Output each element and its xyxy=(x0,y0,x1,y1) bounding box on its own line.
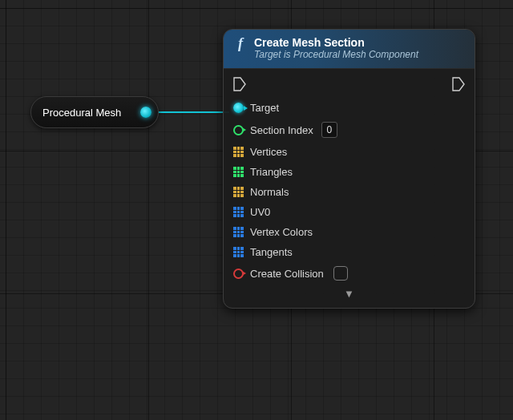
object-pin-icon[interactable] xyxy=(233,103,244,113)
node-header[interactable]: f Create Mesh Section Target is Procedur… xyxy=(224,30,475,69)
pin-label: Create Collision xyxy=(250,268,324,280)
node-subtitle: Target is Procedural Mesh Component xyxy=(254,49,418,60)
pin-label: Normals xyxy=(250,186,289,198)
function-icon: f xyxy=(233,36,248,50)
pin-label: Triangles xyxy=(250,166,293,178)
node-title: Create Mesh Section xyxy=(254,36,418,49)
pin-vertex-colors[interactable]: Vertex Colors xyxy=(232,222,467,242)
exec-output-pin[interactable] xyxy=(452,77,465,91)
connection-wire xyxy=(152,111,229,113)
section-index-input[interactable]: 0 xyxy=(321,122,337,138)
pin-label: Tangents xyxy=(250,246,293,258)
pin-triangles[interactable]: Triangles xyxy=(232,162,467,182)
expand-node-button[interactable]: ▼ xyxy=(232,285,467,300)
exec-arrow-icon xyxy=(233,77,246,91)
array-pin-icon[interactable] xyxy=(233,247,244,257)
array-pin-icon[interactable] xyxy=(233,167,244,177)
pin-target[interactable]: Target xyxy=(232,98,467,118)
chevron-down-icon: ▼ xyxy=(344,288,354,300)
pin-label: UV0 xyxy=(250,206,270,218)
pin-tangents[interactable]: Tangents xyxy=(232,242,467,262)
bool-pin-icon[interactable] xyxy=(233,269,244,279)
array-pin-icon[interactable] xyxy=(233,187,244,197)
pin-section-index[interactable]: Section Index 0 xyxy=(232,118,467,142)
exec-input-pin[interactable] xyxy=(233,77,246,91)
output-pin-procedural-mesh[interactable] xyxy=(140,107,151,118)
pin-create-collision[interactable]: Create Collision xyxy=(232,262,467,285)
create-collision-checkbox[interactable] xyxy=(333,266,348,281)
pin-label: Target xyxy=(250,102,279,114)
pin-label: Section Index xyxy=(250,124,313,136)
pin-label: Vertex Colors xyxy=(250,226,313,238)
variable-node-procedural-mesh[interactable]: Procedural Mesh xyxy=(30,96,159,128)
exec-arrow-icon xyxy=(452,77,465,91)
pin-vertices[interactable]: Vertices xyxy=(232,142,467,162)
array-pin-icon[interactable] xyxy=(233,147,244,157)
array-pin-icon[interactable] xyxy=(233,207,244,217)
node-body: Target Section Index 0 Vertices Triangle… xyxy=(224,69,475,308)
int-pin-icon[interactable] xyxy=(233,125,244,135)
pin-normals[interactable]: Normals xyxy=(232,182,467,202)
function-node-create-mesh-section[interactable]: f Create Mesh Section Target is Procedur… xyxy=(223,29,475,309)
variable-node-label: Procedural Mesh xyxy=(42,107,121,119)
array-pin-icon[interactable] xyxy=(233,227,244,237)
pin-label: Vertices xyxy=(250,146,287,158)
pin-uv0[interactable]: UV0 xyxy=(232,202,467,222)
